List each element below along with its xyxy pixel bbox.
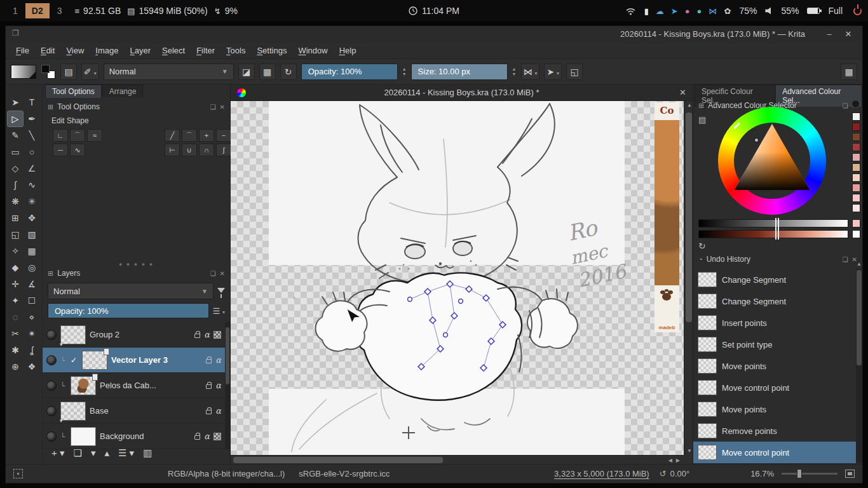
- join-points-button[interactable]: ∪: [182, 144, 197, 156]
- dynamic-brush-tool[interactable]: ❋: [8, 194, 23, 209]
- assistants-tool[interactable]: ✛: [8, 276, 23, 292]
- transform-tool[interactable]: ⊞: [8, 210, 23, 226]
- scroll-right-icon[interactable]: ▶: [676, 458, 680, 463]
- insert-point-button[interactable]: +: [199, 129, 214, 142]
- tab-tool-options[interactable]: Tool Options: [45, 85, 102, 98]
- tab-arrange[interactable]: Arrange: [102, 85, 144, 98]
- float-docker-icon[interactable]: ❏: [210, 104, 216, 111]
- menu-file[interactable]: File: [11, 44, 34, 57]
- calligraphy-tool[interactable]: ✒: [24, 111, 39, 126]
- menu-image[interactable]: Image: [90, 44, 123, 57]
- menu-tools[interactable]: Tools: [221, 44, 250, 57]
- menu-filter[interactable]: Filter: [191, 44, 220, 57]
- layer-row[interactable]: └✓Vector Layer 3α: [43, 348, 225, 373]
- strip-swatch[interactable]: [852, 219, 860, 227]
- fit-page-icon[interactable]: [845, 470, 855, 478]
- workspace-1[interactable]: 1: [6, 3, 24, 18]
- layer-thumbnail[interactable]: [82, 351, 107, 370]
- inherit-alpha-icon[interactable]: [214, 331, 221, 339]
- crop-tool[interactable]: ◱: [8, 227, 23, 242]
- alpha-lock-icon[interactable]: α: [215, 406, 221, 416]
- layer-options-menu-icon[interactable]: ☰ ▾: [213, 306, 225, 316]
- color-history-swatch[interactable]: [852, 204, 860, 212]
- no-color-icon[interactable]: [851, 100, 860, 108]
- bezier-select-tool[interactable]: ʆ: [24, 342, 39, 358]
- menu-help[interactable]: Help: [334, 44, 362, 57]
- scroll-left-icon[interactable]: ◀: [668, 458, 672, 463]
- close-button[interactable]: ✕: [841, 28, 856, 41]
- alpha-lock-icon[interactable]: α: [204, 431, 210, 441]
- layer-properties-button[interactable]: ☰ ▾: [118, 448, 134, 458]
- cloud-icon[interactable]: ☁: [656, 7, 664, 15]
- color-history-swatch[interactable]: [852, 184, 860, 192]
- inherit-alpha-icon[interactable]: [214, 433, 221, 440]
- group-expand-icon[interactable]: ▾: [60, 341, 63, 348]
- add-layer-button[interactable]: + ▾: [51, 448, 64, 458]
- layer-thumbnail[interactable]: ▾: [60, 402, 86, 421]
- color-history-swatch[interactable]: [852, 143, 860, 151]
- delete-layer-button[interactable]: ▥: [143, 448, 152, 458]
- reference-images-tool[interactable]: ✦: [8, 293, 23, 308]
- freehand-select-tool[interactable]: ✂: [8, 326, 23, 341]
- phone-icon[interactable]: ▮: [644, 7, 649, 15]
- fg-bg-colors[interactable]: [41, 64, 56, 79]
- music-icon[interactable]: ●: [697, 7, 702, 15]
- size-slider[interactable]: Size: 10.00 px: [411, 64, 508, 80]
- eraser-toggle[interactable]: ◪: [238, 64, 255, 80]
- hue-ring[interactable]: [718, 107, 826, 215]
- convert-to-path-button[interactable]: ∫: [216, 144, 231, 156]
- layer-blending-mode-select[interactable]: Normal ▼: [48, 283, 214, 299]
- transform-select-tool[interactable]: ➤: [8, 95, 23, 110]
- corner-point-button[interactable]: ∟: [53, 129, 68, 142]
- window-titlebar[interactable]: ❐ 20260114 - Kissing Boys.kra (173.0 MiB…: [6, 26, 862, 43]
- color-history-swatch[interactable]: [852, 153, 860, 161]
- polyline-tool[interactable]: ∠: [24, 161, 39, 176]
- layer-visibility-icon[interactable]: [46, 330, 57, 340]
- selection-mode-icon[interactable]: [13, 469, 23, 478]
- magnetic-select-tool[interactable]: ✴: [24, 326, 39, 341]
- power-icon[interactable]: [853, 7, 862, 15]
- zoom-slider-handle[interactable]: [797, 469, 802, 478]
- saturation-value-triangle[interactable]: [733, 124, 811, 191]
- menu-view[interactable]: View: [61, 44, 89, 57]
- canvas-viewport[interactable]: Ro mec 2016: [231, 101, 684, 455]
- symmetric-point-button[interactable]: ≈: [87, 129, 102, 142]
- layer-row[interactable]: ▾Group 2α: [43, 322, 225, 348]
- smooth-point-button[interactable]: ⌒: [70, 129, 85, 142]
- canvas-size-label[interactable]: 3,323 x 5,000 (173.0 MiB): [554, 469, 649, 478]
- layer-visibility-icon[interactable]: [46, 431, 57, 442]
- line-tool[interactable]: ╲: [24, 128, 39, 143]
- layer-opacity-slider[interactable]: Opacity: 100%: [48, 303, 209, 318]
- wifi-icon[interactable]: [625, 7, 636, 15]
- layer-list-scrollbar[interactable]: [225, 322, 230, 449]
- float-docker-icon[interactable]: ❏: [843, 102, 848, 109]
- undo-history-item[interactable]: Move points: [693, 398, 856, 420]
- undo-scrollbar[interactable]: [856, 269, 862, 463]
- foreground-color-swatch[interactable]: [41, 65, 50, 73]
- opacity-spinner[interactable]: ▲▼: [402, 67, 407, 76]
- pattern-edit-tool[interactable]: ▦: [24, 243, 39, 259]
- menu-layer[interactable]: Layer: [125, 44, 156, 57]
- bluetooth-icon[interactable]: ⋈: [709, 7, 717, 15]
- undo-history-item[interactable]: Remove points: [693, 420, 856, 442]
- float-docker-icon[interactable]: ❏: [843, 256, 848, 263]
- measure-tool[interactable]: ∡: [24, 276, 39, 292]
- layer-visibility-icon[interactable]: [46, 381, 57, 391]
- menu-edit[interactable]: Edit: [36, 44, 60, 57]
- freehand-brush-tool[interactable]: ✎: [8, 128, 23, 143]
- layer-row[interactable]: └Pelos da Cab...α: [43, 373, 225, 398]
- curve-point-button[interactable]: ∿: [70, 144, 85, 156]
- size-spinner[interactable]: ▲▼: [512, 67, 517, 76]
- workspace-D2[interactable]: D2: [25, 3, 50, 18]
- break-segment-button[interactable]: ⊢: [165, 144, 180, 156]
- fan-icon[interactable]: ✿: [724, 7, 731, 15]
- layer-thumbnail[interactable]: [71, 376, 96, 395]
- zoom-value[interactable]: 16.7%: [750, 469, 774, 478]
- workspace-3[interactable]: 3: [51, 3, 69, 18]
- zoom-slider[interactable]: [782, 473, 837, 475]
- choose-workspace-button[interactable]: ▦: [841, 64, 857, 80]
- close-docker-icon[interactable]: ✕: [220, 104, 225, 111]
- lightness-strip[interactable]: [698, 219, 848, 227]
- merge-points-button[interactable]: ∩: [199, 144, 214, 156]
- mirror-horizontal-button[interactable]: ⋈ ▾: [521, 64, 540, 80]
